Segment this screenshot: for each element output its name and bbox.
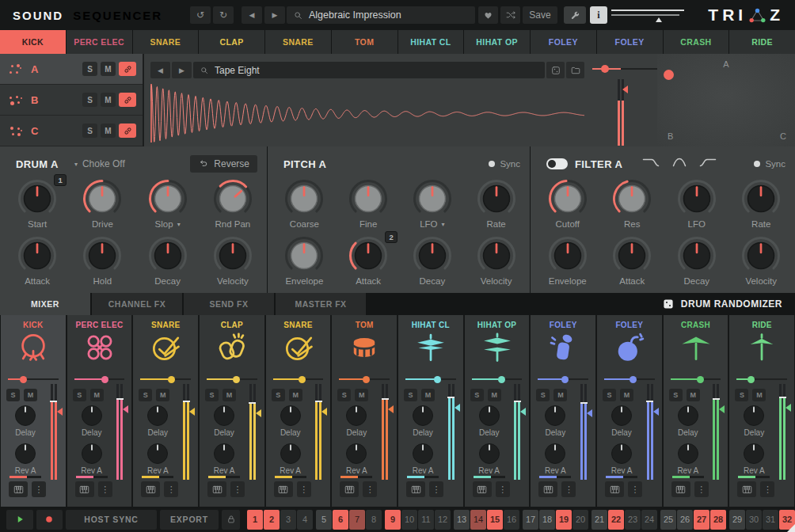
drum-randomizer-button[interactable]: DRUM RANDOMIZER <box>662 293 795 315</box>
pan-slider[interactable] <box>736 375 787 383</box>
knob-res[interactable]: Res <box>601 177 663 229</box>
reverb-mini-slider[interactable] <box>275 476 306 478</box>
mixer-strip-hihat-cl-7[interactable]: HIHAT CLSMDelayRev A⋮ <box>398 315 463 507</box>
solo-button[interactable]: S <box>669 389 683 401</box>
pan-slider[interactable] <box>140 375 191 383</box>
solo-button[interactable]: S <box>272 389 285 401</box>
pan-handle[interactable] <box>20 376 27 383</box>
knob-decay[interactable]: Decay <box>666 234 728 286</box>
step-9[interactable]: 9 <box>385 510 401 530</box>
keyboard-button[interactable] <box>406 481 425 497</box>
mixer-strip-snare-5[interactable]: SNARESMDelayRev A⋮ <box>266 315 331 507</box>
reverse-button[interactable]: Reverse <box>190 155 257 173</box>
meter-handle-icon[interactable] <box>189 408 195 416</box>
mixer-strip-foley-9[interactable]: FOLEYSMDelayRev A⋮ <box>531 315 595 507</box>
pan-slider[interactable] <box>604 375 655 383</box>
brand-sound[interactable]: SOUND <box>13 9 63 22</box>
solo-button[interactable]: S <box>470 389 484 401</box>
step-12[interactable]: 12 <box>435 510 451 530</box>
pan-handle[interactable] <box>697 376 704 383</box>
save-button[interactable]: Save <box>523 6 557 24</box>
layer-mute-button[interactable]: M <box>101 93 116 107</box>
mute-button[interactable]: M <box>90 389 104 401</box>
reverb-mini-slider[interactable] <box>76 476 108 478</box>
layer-mute-button[interactable]: M <box>101 124 116 138</box>
lock-button[interactable] <box>222 510 240 530</box>
step-28[interactable]: 28 <box>710 510 726 530</box>
channel-menu-button[interactable]: ⋮ <box>363 481 377 497</box>
track-tab-kick[interactable]: KICK <box>0 30 66 54</box>
step-22[interactable]: 22 <box>608 510 624 530</box>
mute-button[interactable]: M <box>421 389 435 401</box>
mute-button[interactable]: M <box>488 389 501 401</box>
track-tab-snare[interactable]: SNARE <box>133 30 199 54</box>
mute-button[interactable]: M <box>24 389 37 401</box>
solo-button[interactable]: S <box>6 389 20 401</box>
next-sample-button[interactable]: ▶ <box>172 62 192 78</box>
track-tab-hihat-cl[interactable]: HIHAT CL <box>398 30 464 54</box>
fx-tab-master-fx[interactable]: MASTER FX <box>276 293 366 315</box>
preset-search-input[interactable]: Algebraic Impression <box>287 6 475 24</box>
keyboard-button[interactable] <box>340 481 359 497</box>
record-button[interactable] <box>36 510 63 530</box>
keyboard-button[interactable] <box>75 481 94 497</box>
next-preset-button[interactable]: ▶ <box>264 6 285 24</box>
keyboard-button[interactable] <box>9 481 28 497</box>
pan-slider[interactable] <box>405 375 456 383</box>
knob-drive[interactable]: Drive <box>71 177 133 229</box>
keyboard-button[interactable] <box>473 481 492 497</box>
pan-handle[interactable] <box>747 376 755 383</box>
knob-attack[interactable]: 2Attack <box>337 234 399 286</box>
knob-coarse[interactable]: Coarse <box>273 177 335 229</box>
layer-link-button[interactable] <box>119 124 136 138</box>
reverb-mini-slider[interactable] <box>407 476 439 478</box>
keyboard-button[interactable] <box>538 481 557 497</box>
browse-folder-button[interactable] <box>566 62 584 78</box>
knob-start[interactable]: 1Start <box>6 177 68 229</box>
knob-cutoff[interactable]: Cutoff <box>537 177 599 229</box>
channel-menu-button[interactable]: ⋮ <box>496 481 510 497</box>
reverb-mini-slider[interactable] <box>340 476 372 478</box>
track-tab-foley[interactable]: FOLEY <box>597 30 663 54</box>
knob-lfo[interactable]: LFO <box>666 177 728 229</box>
step-5[interactable]: 5 <box>316 510 332 530</box>
channel-menu-button[interactable]: ⋮ <box>230 481 245 497</box>
pan-slider[interactable] <box>8 375 59 383</box>
step-2[interactable]: 2 <box>264 510 280 530</box>
step-8[interactable]: 8 <box>366 510 382 530</box>
track-tab-ride[interactable]: RIDE <box>729 30 795 54</box>
layer-link-button[interactable] <box>119 93 136 107</box>
knob-envelope[interactable]: Envelope <box>273 234 335 286</box>
knob-rnd-pan[interactable]: Rnd Pan <box>202 177 264 229</box>
track-tab-perc-elec[interactable]: PERC ELEC <box>67 30 132 54</box>
step-16[interactable]: 16 <box>504 510 519 530</box>
meter-handle-icon[interactable] <box>587 409 592 417</box>
keyboard-button[interactable] <box>141 481 160 497</box>
mixer-strip-crash-11[interactable]: CRASHSMDelayRev A⋮ <box>664 315 728 507</box>
keyboard-button[interactable] <box>737 481 756 497</box>
track-tab-crash[interactable]: CRASH <box>664 30 729 54</box>
meter-handle-icon[interactable] <box>321 408 327 416</box>
pan-slider[interactable] <box>74 375 125 383</box>
layer-link-button[interactable] <box>119 62 136 76</box>
meter-handle-icon[interactable] <box>653 408 659 416</box>
level-handle-icon[interactable] <box>622 86 628 93</box>
step-17[interactable]: 17 <box>523 510 538 530</box>
solo-button[interactable]: S <box>205 389 219 401</box>
mixer-strip-clap-4[interactable]: CLAPSMDelayRev A⋮ <box>200 315 264 507</box>
track-tab-foley[interactable]: FOLEY <box>531 30 596 54</box>
mute-button[interactable]: M <box>289 389 302 401</box>
mute-button[interactable]: M <box>553 389 567 401</box>
filter-sync-toggle[interactable]: Sync <box>754 159 785 169</box>
master-balance-slider[interactable] <box>611 10 684 16</box>
step-14[interactable]: 14 <box>470 510 486 530</box>
fx-tab-mixer[interactable]: MIXER <box>0 293 90 315</box>
knob-velocity[interactable]: Velocity <box>466 234 527 286</box>
meter-handle-icon[interactable] <box>256 409 261 417</box>
channel-menu-button[interactable]: ⋮ <box>98 481 112 497</box>
keyboard-button[interactable] <box>671 481 690 497</box>
pan-slider[interactable] <box>472 375 523 383</box>
pan-slider[interactable] <box>671 375 721 383</box>
sample-waveform[interactable] <box>150 82 584 144</box>
step-15[interactable]: 15 <box>487 510 503 530</box>
